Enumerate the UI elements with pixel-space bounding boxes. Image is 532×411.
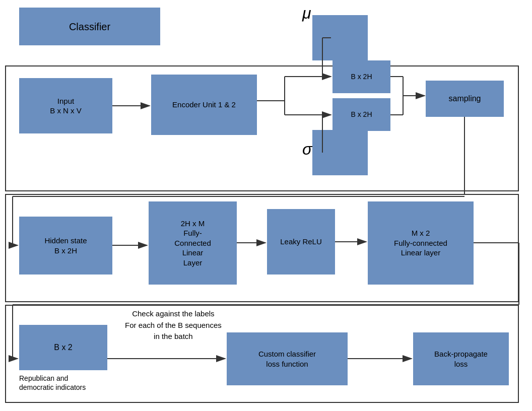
diagram: Classifier InputB x N x V Encoder Unit 1… — [0, 0, 532, 411]
hidden-box: Hidden stateB x 2H — [19, 217, 112, 275]
fc2-box: M x 2Fully-connectedLinear layer — [368, 201, 474, 285]
sampling-box: sampling — [426, 81, 504, 117]
classifier-box: Classifier — [19, 8, 160, 45]
fc1-box: 2H x MFully-ConnectedLinearLayer — [149, 201, 237, 285]
sigma-label: σ — [302, 140, 312, 159]
bx2h-bot-box: B x 2H — [332, 98, 390, 131]
check-label: Check against the labels For each of the… — [125, 308, 222, 342]
bx2-box: B x 2 — [19, 325, 107, 370]
custom-loss-box: Custom classifierloss function — [227, 332, 348, 385]
sigma-box — [312, 130, 368, 175]
backprop-box: Back-propagateloss — [413, 332, 509, 385]
mu-label: μ — [302, 4, 311, 23]
bx2-sublabel: Republican anddemocratic indicators — [19, 374, 120, 392]
input-box: InputB x N x V — [19, 78, 112, 133]
encoder-box: Encoder Unit 1 & 2 — [151, 75, 257, 135]
mu-box — [312, 15, 368, 60]
leaky-box: Leaky ReLU — [267, 209, 335, 275]
bx2h-top-box: B x 2H — [332, 60, 390, 93]
